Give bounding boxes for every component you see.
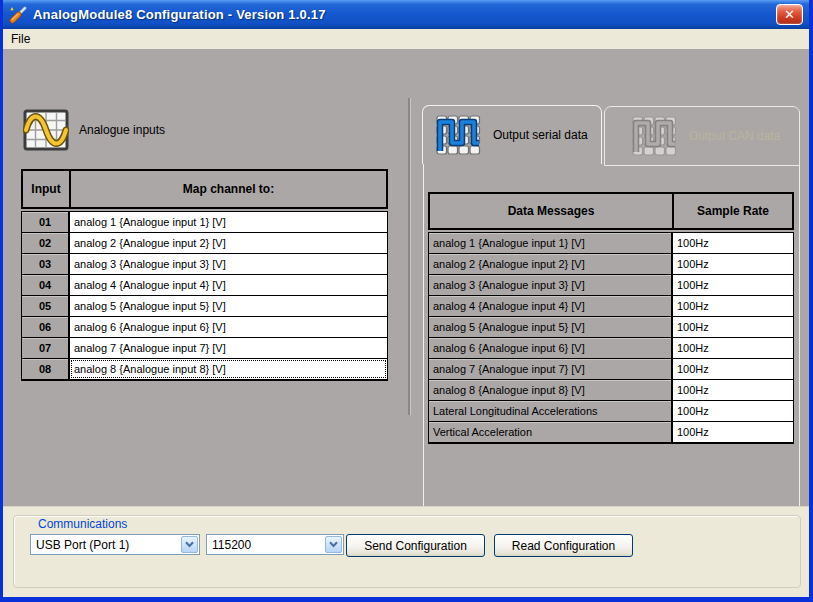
- analogue-inputs-header: Analogue inputs: [23, 109, 165, 151]
- sample-rate-cell[interactable]: 100Hz: [673, 275, 793, 295]
- input-number-cell: 02: [22, 233, 70, 253]
- data-message-cell[interactable]: analog 3 {Analogue input 3} [V]: [429, 275, 673, 295]
- input-number-cell: 08: [22, 359, 70, 379]
- app-window: AnalogModule8 Configuration - Version 1.…: [0, 0, 813, 602]
- input-number-cell: 07: [22, 338, 70, 358]
- map-channel-cell[interactable]: analog 3 {Analogue input 3} [V]: [70, 254, 387, 274]
- close-button[interactable]: ✕: [776, 4, 803, 25]
- channel-map-table-body: 01 analog 1 {Analogue input 1} [V] 02 an…: [21, 211, 388, 381]
- table-row[interactable]: analog 2 {Analogue input 2} [V] 100Hz: [429, 254, 793, 275]
- input-number-cell: 03: [22, 254, 70, 274]
- port-dropdown-button[interactable]: [181, 536, 198, 553]
- table-row[interactable]: 08 analog 8 {Analogue input 8} [V]: [22, 359, 387, 379]
- sample-rate-cell[interactable]: 100Hz: [673, 296, 793, 316]
- map-channel-cell[interactable]: analog 1 {Analogue input 1} [V]: [70, 212, 387, 232]
- table-row[interactable]: 07 analog 7 {Analogue input 7} [V]: [22, 338, 387, 359]
- table-row[interactable]: analog 4 {Analogue input 4} [V] 100Hz: [429, 296, 793, 317]
- table-row[interactable]: analog 3 {Analogue input 3} [V] 100Hz: [429, 275, 793, 296]
- map-channel-cell[interactable]: analog 6 {Analogue input 6} [V]: [70, 317, 387, 337]
- data-message-cell[interactable]: Vertical Acceleration: [429, 422, 673, 442]
- baud-rate-select[interactable]: 115200: [206, 534, 344, 555]
- chevron-down-icon: [185, 541, 194, 548]
- tab-output-can-label: Output CAN data: [689, 129, 780, 143]
- table-row[interactable]: Vertical Acceleration 100Hz: [429, 422, 793, 442]
- sample-rate-cell[interactable]: 100Hz: [673, 422, 793, 442]
- baud-rate-value: 115200: [212, 538, 251, 552]
- close-icon: ✕: [784, 7, 795, 22]
- map-channel-cell-focused[interactable]: analog 8 {Analogue input 8} [V]: [70, 359, 387, 379]
- port-select-value: USB Port (Port 1): [36, 538, 129, 552]
- table-row[interactable]: 03 analog 3 {Analogue input 3} [V]: [22, 254, 387, 275]
- tab-output-serial-data[interactable]: Output serial data: [422, 105, 602, 164]
- menu-file[interactable]: File: [3, 30, 38, 48]
- input-number-cell: 04: [22, 275, 70, 295]
- input-number-cell: 01: [22, 212, 70, 232]
- menu-bar: File: [3, 29, 809, 49]
- sample-rate-cell[interactable]: 100Hz: [673, 338, 793, 358]
- map-channel-cell[interactable]: analog 2 {Analogue input 2} [V]: [70, 233, 387, 253]
- map-channel-cell[interactable]: analog 7 {Analogue input 7} [V]: [70, 338, 387, 358]
- table-row[interactable]: analog 7 {Analogue input 7} [V] 100Hz: [429, 359, 793, 380]
- baud-dropdown-button[interactable]: [325, 536, 342, 553]
- data-messages-table-body: analog 1 {Analogue input 1} [V] 100Hz an…: [428, 232, 794, 444]
- data-message-cell[interactable]: analog 2 {Analogue input 2} [V]: [429, 254, 673, 274]
- data-message-cell[interactable]: analog 8 {Analogue input 8} [V]: [429, 380, 673, 400]
- channel-map-table: Input Map channel to: 01 analog 1 {Analo…: [21, 169, 388, 381]
- table-row[interactable]: Lateral Longitudinal Accelerations 100Hz: [429, 401, 793, 422]
- chevron-down-icon: [329, 541, 338, 548]
- table-row[interactable]: 02 analog 2 {Analogue input 2} [V]: [22, 233, 387, 254]
- column-header-input: Input: [23, 171, 71, 207]
- sample-rate-cell[interactable]: 100Hz: [673, 401, 793, 421]
- column-header-data-messages: Data Messages: [430, 194, 674, 228]
- communications-panel: Communications USB Port (Port 1) 115200 …: [3, 506, 809, 597]
- square-wave-grid-icon-disabled: [631, 115, 677, 157]
- map-channel-cell[interactable]: analog 5 {Analogue input 5} [V]: [70, 296, 387, 316]
- data-message-cell[interactable]: analog 7 {Analogue input 7} [V]: [429, 359, 673, 379]
- map-channel-cell[interactable]: analog 4 {Analogue input 4} [V]: [70, 275, 387, 295]
- table-row[interactable]: analog 5 {Analogue input 5} [V] 100Hz: [429, 317, 793, 338]
- window-title: AnalogModule8 Configuration - Version 1.…: [33, 7, 326, 22]
- data-message-cell[interactable]: Lateral Longitudinal Accelerations: [429, 401, 673, 421]
- channel-map-table-header: Input Map channel to:: [21, 169, 388, 209]
- data-messages-table-header: Data Messages Sample Rate: [428, 192, 794, 230]
- titlebar[interactable]: AnalogModule8 Configuration - Version 1.…: [3, 0, 809, 29]
- input-number-cell: 06: [22, 317, 70, 337]
- sample-rate-cell[interactable]: 100Hz: [673, 233, 793, 253]
- tab-output-serial-label: Output serial data: [493, 128, 588, 142]
- square-wave-grid-icon: [435, 114, 481, 156]
- client-area: Analogue inputs Input Map channel to: 01…: [3, 49, 809, 506]
- analogue-inputs-label: Analogue inputs: [79, 123, 165, 137]
- sample-rate-cell[interactable]: 100Hz: [673, 254, 793, 274]
- screwdriver-tools-icon: [9, 5, 28, 24]
- table-row[interactable]: analog 8 {Analogue input 8} [V] 100Hz: [429, 380, 793, 401]
- column-header-sample-rate: Sample Rate: [674, 194, 792, 228]
- data-messages-table: Data Messages Sample Rate analog 1 {Anal…: [428, 192, 794, 444]
- data-message-cell[interactable]: analog 1 {Analogue input 1} [V]: [429, 233, 673, 253]
- sample-rate-cell[interactable]: 100Hz: [673, 380, 793, 400]
- sine-wave-grid-icon: [23, 109, 69, 151]
- communications-group-label: Communications: [34, 517, 131, 531]
- sample-rate-cell[interactable]: 100Hz: [673, 359, 793, 379]
- sample-rate-cell[interactable]: 100Hz: [673, 317, 793, 337]
- serial-data-tab-page: Data Messages Sample Rate analog 1 {Anal…: [423, 164, 800, 522]
- table-row[interactable]: 01 analog 1 {Analogue input 1} [V]: [22, 212, 387, 233]
- table-row[interactable]: 04 analog 4 {Analogue input 4} [V]: [22, 275, 387, 296]
- send-configuration-button[interactable]: Send Configuration: [346, 534, 485, 557]
- table-row[interactable]: analog 1 {Analogue input 1} [V] 100Hz: [429, 233, 793, 254]
- communications-groupbox: Communications USB Port (Port 1) 115200 …: [13, 515, 801, 588]
- tab-output-can-data: Output CAN data: [604, 106, 800, 166]
- table-row[interactable]: analog 6 {Analogue input 6} [V] 100Hz: [429, 338, 793, 359]
- data-message-cell[interactable]: analog 5 {Analogue input 5} [V]: [429, 317, 673, 337]
- panel-divider: [408, 98, 411, 415]
- column-header-map-channel: Map channel to:: [71, 171, 386, 207]
- input-number-cell: 05: [22, 296, 70, 316]
- port-select[interactable]: USB Port (Port 1): [30, 534, 200, 555]
- read-configuration-button[interactable]: Read Configuration: [494, 534, 633, 557]
- table-row[interactable]: 06 analog 6 {Analogue input 6} [V]: [22, 317, 387, 338]
- table-row[interactable]: 05 analog 5 {Analogue input 5} [V]: [22, 296, 387, 317]
- data-message-cell[interactable]: analog 4 {Analogue input 4} [V]: [429, 296, 673, 316]
- data-message-cell[interactable]: analog 6 {Analogue input 6} [V]: [429, 338, 673, 358]
